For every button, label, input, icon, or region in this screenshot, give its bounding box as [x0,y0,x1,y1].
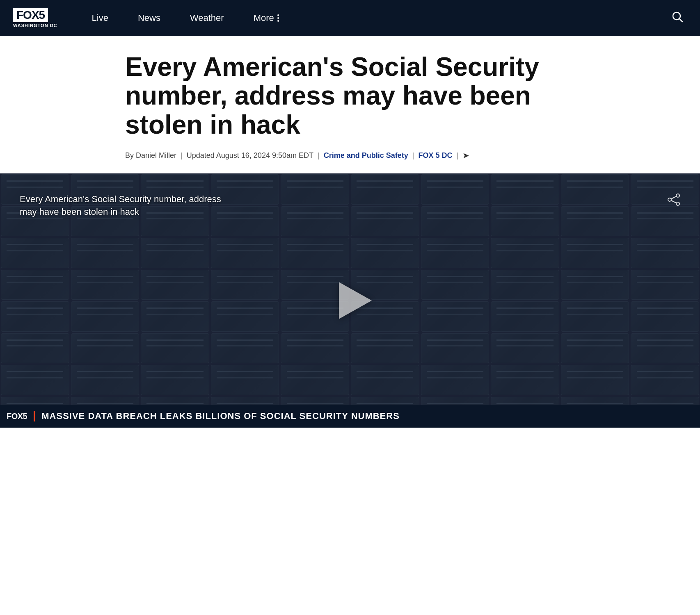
video-caption: Every American's Social Security number,… [20,193,233,219]
nav-link-more[interactable]: More [239,0,294,36]
meta-separator-4: | [456,151,458,160]
logo-area[interactable]: FOX5 WASHINGTON DC [13,8,57,28]
navbar: FOX5 WASHINGTON DC Live News Weather Mor… [0,0,700,36]
svg-line-1 [679,18,683,22]
article-category[interactable]: Crime and Public Safety [324,151,408,160]
logo[interactable]: FOX5 [13,8,48,23]
video-background: (function(){ var grid = document.querySe… [0,173,700,428]
article-source: FOX 5 DC [418,151,452,160]
logo-subtitle: WASHINGTON DC [13,23,57,28]
svg-line-5 [671,196,676,199]
ticker-text: MASSIVE DATA BREACH LEAKS BILLIONS OF SO… [34,411,400,421]
meta-separator-2: | [318,151,320,160]
meta-separator-3: | [412,151,414,160]
video-share-button[interactable] [667,193,680,209]
nav-links: Live News Weather More [77,0,668,36]
meta-separator-1: | [181,151,183,160]
ticker-logo: FOX5 [0,405,34,428]
article-updated: Updated August 16, 2024 9:50am EDT [187,151,313,160]
more-dots-icon [277,14,279,22]
ticker-logo-text: FOX5 [7,412,27,421]
play-triangle-icon [339,282,372,319]
article-share-icon[interactable]: ➤ [462,150,469,160]
search-icon[interactable] [668,7,687,29]
nav-link-live[interactable]: Live [77,0,123,36]
ticker-bar: FOX5 MASSIVE DATA BREACH LEAKS BILLIONS … [0,405,700,428]
svg-point-2 [676,194,679,197]
article-title: Every American's Social Security number,… [125,52,575,139]
article-meta: By Daniel Miller | Updated August 16, 20… [125,150,575,160]
svg-point-4 [676,202,679,205]
nav-link-weather[interactable]: Weather [175,0,239,36]
svg-point-3 [668,198,671,201]
svg-line-6 [671,200,676,203]
play-button[interactable] [332,282,368,319]
video-wrapper: (function(){ var grid = document.querySe… [0,173,700,428]
article-container: Every American's Social Security number,… [112,36,588,160]
article-byline: By Daniel Miller [125,151,176,160]
nav-link-news[interactable]: News [123,0,175,36]
